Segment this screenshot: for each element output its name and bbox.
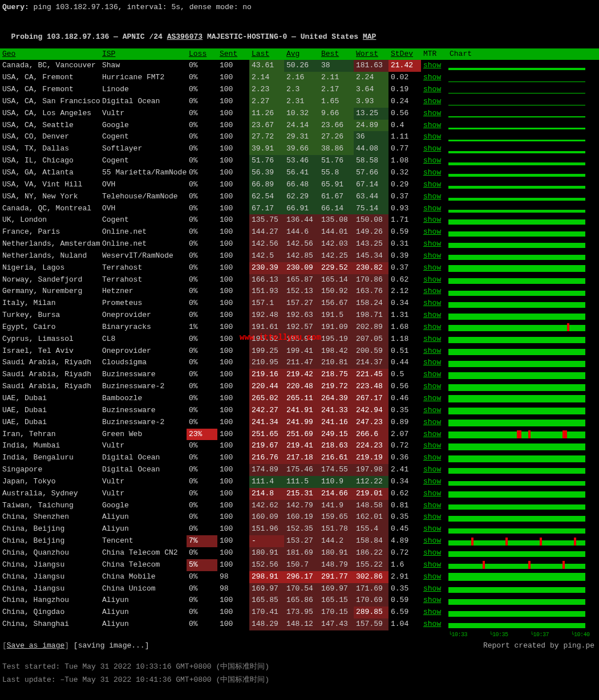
col-best[interactable]: Best [319, 48, 354, 60]
table-row: USA, NY, New YorkTelehouse/RamNode0%1006… [0, 191, 599, 203]
mtr-show-link[interactable]: show [423, 453, 441, 462]
cell-best: 2.17 [319, 84, 354, 96]
col-sent[interactable]: Sent [217, 48, 249, 60]
table-row: China, JiangsuChina Telecom5%100152.5615… [0, 559, 599, 571]
cell-sent: 100 [217, 488, 249, 500]
table-row: France, ParisOnline.net0%100144.27144.61… [0, 226, 599, 238]
cell-loss: 0% [187, 203, 217, 215]
mtr-show-link[interactable]: show [423, 287, 441, 295]
mtr-show-link[interactable]: show [423, 263, 441, 272]
mtr-show-link[interactable]: show [423, 382, 441, 390]
mtr-show-link[interactable]: show [423, 406, 441, 414]
mtr-show-link[interactable]: show [423, 394, 441, 402]
mtr-show-link[interactable]: show [423, 168, 441, 177]
mtr-show-link[interactable]: show [423, 347, 441, 355]
cell-geo: China, Shenzhen [0, 511, 100, 523]
cell-best: 65.91 [319, 179, 354, 191]
mtr-show-link[interactable]: show [423, 524, 441, 533]
mtr-show-link[interactable]: show [423, 215, 441, 224]
col-worst[interactable]: Worst [354, 48, 388, 60]
mtr-show-link[interactable]: show [423, 430, 441, 438]
mtr-show-link[interactable]: show [423, 299, 441, 307]
cell-mtr: show [421, 274, 447, 286]
col-last[interactable]: Last [249, 48, 284, 60]
mtr-show-link[interactable]: show [423, 61, 441, 70]
cell-worst: 2.24 [354, 72, 388, 84]
mtr-show-link[interactable]: show [423, 239, 441, 248]
cell-last: 169.97 [249, 583, 284, 595]
mtr-show-link[interactable]: show [423, 180, 441, 189]
cell-loss: 0% [187, 500, 217, 512]
latency-sparkline [448, 74, 598, 82]
cell-mtr: show [421, 511, 447, 523]
mtr-show-link[interactable]: show [423, 596, 441, 604]
cell-chart [447, 72, 599, 84]
mtr-show-link[interactable]: show [423, 418, 441, 426]
table-row: Saudi Arabia, RiyadhBuzinessware0%100219… [0, 369, 599, 381]
mtr-show-link[interactable]: show [423, 121, 441, 129]
cell-avg: 142.79 [284, 500, 319, 512]
mtr-show-link[interactable]: show [423, 251, 441, 260]
col-geo[interactable]: Geo [0, 48, 100, 60]
save-as-image-link[interactable]: Save as image [7, 641, 64, 650]
mtr-show-link[interactable]: show [423, 109, 441, 117]
mtr-show-link[interactable]: show [423, 512, 441, 521]
mtr-show-link[interactable]: show [423, 501, 441, 510]
col-stdev[interactable]: StDev [388, 48, 421, 60]
mtr-show-link[interactable]: show [423, 370, 441, 379]
latency-sparkline [448, 229, 598, 237]
mtr-show-link[interactable]: show [423, 192, 441, 201]
cell-avg: 29.31 [284, 131, 319, 143]
cell-isp: Oneprovider [100, 345, 187, 357]
mtr-show-link[interactable]: show [423, 584, 441, 593]
mtr-show-link[interactable]: show [423, 73, 441, 82]
mtr-show-link[interactable]: show [423, 97, 441, 105]
cell-last: 151.93 [249, 286, 284, 298]
mtr-show-link[interactable]: show [423, 358, 441, 367]
mtr-show-link[interactable]: show [423, 489, 441, 498]
cell-geo: USA, CA, Fremont [0, 84, 100, 96]
mtr-show-link[interactable]: show [423, 477, 441, 486]
cell-chart [447, 143, 599, 155]
mtr-show-link[interactable]: show [423, 548, 441, 557]
col-avg[interactable]: Avg [284, 48, 319, 60]
mtr-show-link[interactable]: show [423, 620, 441, 628]
mtr-show-link[interactable]: show [423, 311, 441, 319]
mtr-show-link[interactable]: show [423, 275, 441, 284]
mtr-show-link[interactable]: show [423, 536, 441, 545]
cell-chart [447, 108, 599, 120]
cell-mtr: show [421, 298, 447, 310]
mtr-show-link[interactable]: show [423, 132, 441, 141]
cell-loss: 0% [187, 84, 217, 96]
asn-link[interactable]: AS396073 [167, 32, 203, 41]
cell-geo: Nigeria, Lagos [0, 262, 100, 274]
table-row: China, ShenzhenAliyun0%100160.09160.1915… [0, 511, 599, 523]
mtr-show-link[interactable]: show [423, 608, 441, 616]
mtr-show-link[interactable]: show [423, 572, 441, 581]
cell-last: 157.1 [249, 298, 284, 310]
cell-last: 2.27 [249, 96, 284, 108]
mtr-show-link[interactable]: show [423, 465, 441, 474]
cell-chart [447, 571, 599, 583]
col-loss[interactable]: Loss [187, 48, 217, 60]
cell-sent: 100 [217, 369, 249, 381]
mtr-show-link[interactable]: show [423, 144, 441, 153]
mtr-show-link[interactable]: show [423, 156, 441, 165]
cell-isp: Terrahost [100, 262, 187, 274]
cell-avg: 220.48 [284, 381, 319, 393]
col-isp[interactable]: ISP [100, 48, 187, 60]
cell-geo: Germany, Nuremberg [0, 286, 100, 298]
mtr-show-link[interactable]: show [423, 335, 441, 343]
map-link[interactable]: MAP [363, 32, 376, 41]
mtr-show-link[interactable]: show [423, 441, 441, 450]
cell-best: 241.33 [319, 405, 354, 417]
mtr-show-link[interactable]: show [423, 204, 441, 213]
mtr-show-link[interactable]: show [423, 85, 441, 93]
mtr-show-link[interactable]: show [423, 560, 441, 569]
mtr-show-link[interactable]: show [423, 323, 441, 331]
latency-sparkline [448, 252, 598, 260]
cell-mtr: show [421, 393, 447, 405]
cell-chart [447, 298, 599, 310]
mtr-show-link[interactable]: show [423, 227, 441, 236]
cell-chart [447, 476, 599, 488]
